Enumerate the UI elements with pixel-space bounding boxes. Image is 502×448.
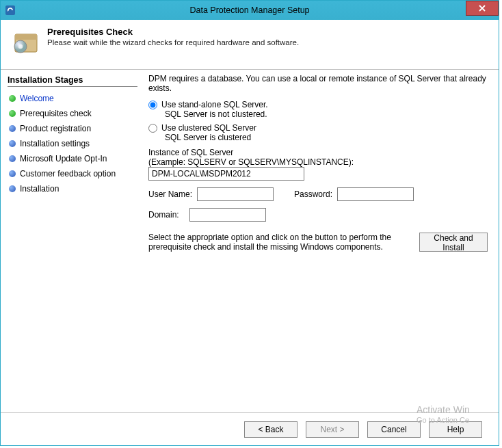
username-input[interactable] — [197, 187, 274, 201]
stage-status-icon — [9, 95, 16, 102]
stage-label: Installation — [20, 184, 59, 194]
window-title: Data Protection Manager Setup — [1, 5, 499, 15]
close-button[interactable] — [466, 1, 499, 16]
stage-label: Installation settings — [20, 139, 90, 148]
help-button[interactable]: Help — [429, 421, 482, 438]
clustered-sql-radio[interactable] — [148, 124, 157, 133]
stage-label: Product registration — [20, 124, 91, 133]
stage-item-welcome[interactable]: Welcome — [8, 91, 137, 106]
standalone-sql-radio[interactable] — [148, 101, 157, 109]
stage-item-microsoft-update-opt-in: Microsoft Update Opt-In — [8, 151, 137, 166]
page-subtitle: Please wait while the wizard checks for … — [47, 38, 299, 47]
sql-instance-input[interactable] — [148, 167, 304, 181]
stage-label: Prerequisites check — [20, 109, 92, 118]
main-panel: DPM requires a database. You can use a l… — [140, 70, 499, 412]
stage-label: Welcome — [20, 94, 54, 103]
package-icon — [9, 25, 43, 60]
clustered-sql-sublabel: SQL Server is clustered — [165, 133, 488, 142]
clustered-sql-label[interactable]: Use clustered SQL Server — [161, 123, 256, 133]
wizard-footer: < Back Next > Cancel Help — [1, 412, 499, 445]
stage-label: Customer feedback option — [20, 169, 116, 179]
next-button[interactable]: Next > — [306, 421, 359, 438]
stage-label: Microsoft Update Opt-In — [20, 154, 107, 163]
app-icon — [5, 5, 16, 16]
intro-text: DPM requires a database. You can use a l… — [148, 74, 488, 93]
check-and-install-button[interactable]: Check and Install — [419, 233, 488, 252]
password-label: Password: — [294, 189, 332, 199]
domain-input[interactable] — [189, 208, 266, 222]
wizard-header: Prerequisites Check Please wait while th… — [1, 20, 499, 70]
standalone-sql-sublabel: SQL Server is not clustered. — [165, 109, 488, 119]
standalone-sql-label[interactable]: Use stand-alone SQL Server. — [161, 100, 268, 109]
sidebar-heading: Installation Stages — [8, 75, 137, 87]
installation-stages-sidebar: Installation Stages WelcomePrerequisites… — [1, 70, 140, 412]
stage-item-customer-feedback-option: Customer feedback option — [8, 166, 137, 181]
stage-status-icon — [9, 155, 16, 162]
stage-status-icon — [9, 170, 16, 177]
check-instructions: Select the appropriate option and click … — [148, 233, 411, 252]
stage-item-product-registration: Product registration — [8, 121, 137, 136]
stage-status-icon — [9, 110, 16, 117]
page-title: Prerequisites Check — [47, 27, 299, 37]
instance-label: Instance of SQL Server — [148, 148, 488, 157]
domain-label: Domain: — [148, 210, 179, 220]
stage-item-installation: Installation — [8, 181, 137, 196]
stage-status-icon — [9, 140, 16, 147]
stage-item-installation-settings: Installation settings — [8, 136, 137, 151]
back-button[interactable]: < Back — [244, 421, 298, 438]
titlebar: Data Protection Manager Setup — [1, 1, 499, 20]
cancel-button[interactable]: Cancel — [367, 421, 421, 438]
svg-rect-0 — [5, 5, 15, 15]
username-label: User Name: — [148, 189, 192, 199]
password-input[interactable] — [337, 187, 414, 201]
instance-example: (Example: SQLSERV or SQLSERV\MYSQLINSTAN… — [148, 157, 488, 167]
stage-status-icon — [9, 125, 16, 132]
svg-point-5 — [18, 44, 23, 49]
stage-status-icon — [9, 185, 16, 192]
svg-rect-3 — [15, 34, 37, 40]
stage-item-prerequisites-check: Prerequisites check — [8, 106, 137, 121]
